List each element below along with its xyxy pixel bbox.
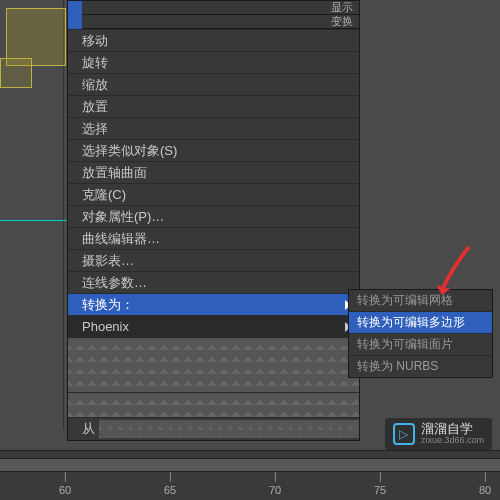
axis-line	[0, 220, 75, 221]
menu-item-place-pivot-surface[interactable]: 放置轴曲面	[68, 161, 359, 183]
submenu-item-editable-patch[interactable]: 转换为可编辑面片	[349, 333, 492, 355]
menu-item-select-similar[interactable]: 选择类似对象(S)	[68, 139, 359, 161]
timeline-tick: 80	[479, 484, 491, 496]
menu-header: 显示	[68, 1, 359, 15]
menu-header-label-2: 变换	[82, 15, 359, 29]
timeline-tick: 70	[269, 484, 281, 496]
menu-item-wire-parameters[interactable]: 连线参数…	[68, 271, 359, 293]
timeline-track[interactable]	[0, 458, 500, 472]
menu-item-rotate[interactable]: 旋转	[68, 51, 359, 73]
convert-submenu[interactable]: 转换为可编辑网格 转换为可编辑多边形 转换为可编辑面片 转换为 NURBS	[348, 289, 493, 378]
submenu-item-editable-mesh[interactable]: 转换为可编辑网格	[349, 290, 492, 311]
menu-item-phoenix-label: Phoenix	[82, 319, 129, 334]
timeline[interactable]: 60 65 70 75 80	[0, 450, 500, 500]
menu-item-move[interactable]: 移动	[68, 29, 359, 51]
timeline-tick: 75	[374, 484, 386, 496]
watermark-logo-icon: ▷	[393, 423, 415, 445]
menu-item-convert-to[interactable]: 转换为：	[68, 293, 359, 315]
menu-item-place[interactable]: 放置	[68, 95, 359, 117]
submenu-item-editable-poly[interactable]: 转换为可编辑多边形	[349, 311, 492, 333]
menu-item-clone[interactable]: 克隆(C)	[68, 183, 359, 205]
menu-header-label-1: 显示	[82, 1, 359, 15]
menu-header-accent	[68, 1, 82, 15]
menu-item-blurred-row[interactable]: 从	[68, 417, 359, 440]
watermark: ▷ 溜溜自学 zixue.3d66.com	[385, 418, 492, 450]
blurred-inline	[99, 420, 359, 438]
watermark-text: 溜溜自学 zixue.3d66.com	[421, 422, 484, 446]
timeline-tick: 60	[59, 484, 71, 496]
timeline-ticks: 60 65 70 75 80	[0, 472, 500, 500]
menu-header-2: 变换	[68, 15, 359, 29]
menu-item-select[interactable]: 选择	[68, 117, 359, 139]
timeline-tick: 65	[164, 484, 176, 496]
menu-item-curve-editor[interactable]: 曲线编辑器…	[68, 227, 359, 249]
submenu-item-nurbs[interactable]: 转换为 NURBS	[349, 355, 492, 377]
menu-item-scale[interactable]: 缩放	[68, 73, 359, 95]
blurred-area	[68, 337, 359, 392]
context-menu[interactable]: 显示 变换 移动 旋转 缩放 放置 选择 选择类似对象(S) 放置轴曲面 克隆(…	[67, 0, 360, 441]
watermark-cn: 溜溜自学	[421, 422, 484, 436]
selection-rectangle-small	[0, 58, 32, 88]
menu-item-phoenix[interactable]: Phoenix	[68, 315, 359, 337]
menu-item-from-prefix: 从	[68, 418, 99, 440]
menu-item-object-properties[interactable]: 对象属性(P)…	[68, 205, 359, 227]
menu-header-accent-2	[68, 15, 82, 29]
blurred-area-2	[68, 392, 359, 417]
menu-item-convert-to-label: 转换为：	[82, 297, 134, 312]
watermark-en: zixue.3d66.com	[421, 436, 484, 446]
menu-item-dope-sheet[interactable]: 摄影表…	[68, 249, 359, 271]
